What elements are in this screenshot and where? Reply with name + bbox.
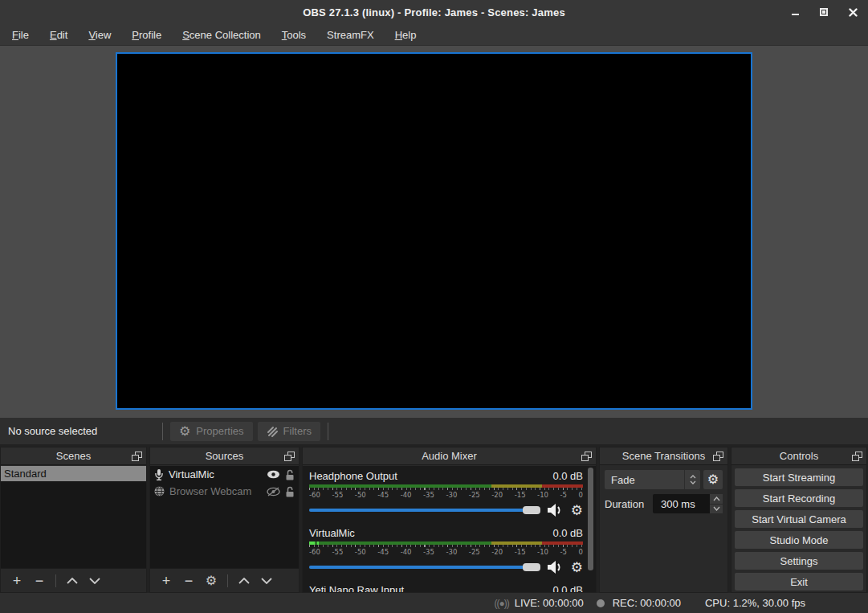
slider-fill	[309, 509, 524, 512]
meter-scale-label: -60	[309, 491, 320, 499]
move-source-up-button[interactable]	[234, 572, 254, 590]
menu-item-help[interactable]: Help	[385, 26, 427, 44]
chevron-up-icon	[713, 497, 720, 501]
scene-item-standard[interactable]: Standard	[1, 466, 146, 481]
record-dot-icon	[597, 599, 605, 607]
minimize-icon	[792, 14, 799, 15]
live-time: LIVE: 00:00:00	[515, 597, 584, 609]
cpu-fps-stats: CPU: 1.2%, 30.00 fps	[705, 597, 805, 609]
studio-mode-button[interactable]: Studio Mode	[735, 531, 863, 549]
meter-bar	[309, 484, 583, 488]
transition-dropdown[interactable]: Fade	[605, 470, 700, 489]
microphone-icon	[154, 469, 164, 480]
remove-scene-button[interactable]: −	[30, 572, 49, 590]
broadcast-icon: ((●))	[494, 598, 508, 609]
source-item-virtualmic[interactable]: VirtualMic	[150, 466, 299, 483]
audio-mixer-header: Audio Mixer	[303, 447, 596, 465]
meter-scale-label: -50	[355, 491, 366, 499]
move-scene-down-button[interactable]	[85, 572, 104, 590]
add-scene-button[interactable]: +	[7, 572, 26, 590]
dropdown-spinner	[684, 470, 700, 489]
properties-label: Properties	[196, 425, 243, 437]
meter-scale-label: -20	[491, 548, 503, 556]
source-status-text: No source selected	[8, 425, 157, 437]
sources-toolbar: + − ⚙	[150, 568, 299, 592]
menu-item-profile[interactable]: Profile	[121, 26, 172, 44]
scenes-panel-header: Scenes	[1, 447, 146, 465]
channel-name: Headphone Output	[309, 470, 397, 482]
popout-icon[interactable]	[713, 452, 723, 461]
transition-properties-button[interactable]: ⚙	[703, 470, 723, 489]
unlock-icon[interactable]	[285, 469, 295, 480]
meter-scale: -60-55-50-45-40-35-30-25-20-15-10-50	[309, 548, 583, 556]
audio-mixer-body: Headphone Output 0.0 dB -60-55-50-45-40-…	[303, 466, 596, 592]
chevron-up-icon	[67, 578, 78, 584]
source-name: VirtualMic	[169, 468, 262, 480]
scene-transitions-panel: Scene Transitions Fade ⚙	[599, 447, 728, 593]
dock-area: Scenes Standard + − Sources	[0, 444, 868, 593]
popout-icon[interactable]	[581, 452, 592, 461]
chevron-down-icon	[713, 506, 720, 511]
chevron-up-icon	[238, 578, 250, 584]
sources-panel-title: Sources	[206, 450, 244, 462]
meter-scale-label: -60	[309, 548, 320, 556]
duration-increase-button[interactable]	[710, 494, 723, 504]
meter-scale-label: -35	[423, 548, 434, 556]
window-controls	[786, 0, 862, 24]
source-properties-button[interactable]: ⚙	[202, 572, 221, 590]
move-source-down-button[interactable]	[257, 572, 276, 590]
speaker-icon[interactable]	[548, 504, 564, 517]
source-item-browser-webcam[interactable]: Browser Webcam	[150, 483, 299, 500]
meter-scale: -60-55-50-45-40-35-30-25-20-15-10-50	[309, 491, 583, 499]
start-recording-button[interactable]: Start Recording	[735, 489, 863, 507]
settings-button[interactable]: Settings	[735, 552, 863, 570]
add-source-button[interactable]: +	[157, 572, 176, 590]
menu-item-view[interactable]: View	[78, 26, 121, 44]
meter-scale-label: -15	[515, 548, 526, 556]
duration-spinbox[interactable]: 300 ms	[653, 494, 723, 513]
menu-item-edit[interactable]: Edit	[39, 26, 78, 44]
unlock-icon[interactable]	[285, 486, 295, 497]
gear-icon: ⚙	[206, 574, 217, 587]
minimize-button[interactable]	[786, 3, 804, 21]
start-virtual-camera-button[interactable]: Start Virtual Camera	[735, 510, 863, 528]
eye-hidden-icon[interactable]	[267, 487, 280, 497]
eye-visible-icon[interactable]	[267, 470, 280, 479]
mixer-channel-virtualmic: VirtualMic 0.0 dB -60-55-50-45-40-35-30-…	[309, 525, 583, 575]
properties-button[interactable]: ⚙ Properties	[170, 422, 253, 441]
slider-handle[interactable]	[523, 563, 540, 571]
channel-settings-gear-icon[interactable]: ⚙	[571, 561, 583, 574]
duration-value: 300 ms	[653, 494, 710, 513]
filters-button[interactable]: Filters	[258, 422, 320, 441]
channel-volume-db: 0.0 dB	[552, 584, 583, 592]
popout-icon[interactable]	[132, 452, 142, 461]
popout-icon[interactable]	[852, 452, 862, 461]
menu-item-streamfx[interactable]: StreamFX	[316, 26, 385, 44]
slider-handle[interactable]	[523, 506, 540, 514]
sources-list: VirtualMic Browser Webcam	[150, 466, 299, 568]
remove-source-button[interactable]: −	[179, 572, 198, 590]
chevron-down-icon	[89, 578, 100, 584]
preview-canvas[interactable]	[116, 52, 752, 410]
menu-item-scene-collection[interactable]: Scene Collection	[172, 26, 271, 44]
maximize-button[interactable]	[815, 3, 833, 21]
menu-item-tools[interactable]: Tools	[271, 26, 316, 44]
volume-meter: -60-55-50-45-40-35-30-25-20-15-10-50	[309, 541, 583, 556]
move-scene-up-button[interactable]	[63, 572, 82, 590]
volume-slider[interactable]	[309, 505, 540, 515]
mixer-scrollbar[interactable]	[588, 468, 593, 570]
source-name: Browser Webcam	[169, 485, 262, 497]
duration-label: Duration	[605, 498, 653, 510]
speaker-icon[interactable]	[548, 561, 564, 574]
menu-item-file[interactable]: File	[2, 26, 39, 44]
volume-slider[interactable]	[309, 562, 540, 572]
meter-scale-label: -5	[560, 548, 566, 556]
popout-icon[interactable]	[284, 452, 295, 461]
close-button[interactable]	[844, 3, 862, 21]
channel-settings-gear-icon[interactable]: ⚙	[571, 504, 583, 517]
start-streaming-button[interactable]: Start Streaming	[735, 468, 863, 486]
toolbar-separator	[55, 574, 56, 587]
exit-button[interactable]: Exit	[735, 573, 863, 591]
chevron-up-icon	[690, 475, 696, 479]
duration-decrease-button[interactable]	[710, 505, 723, 514]
